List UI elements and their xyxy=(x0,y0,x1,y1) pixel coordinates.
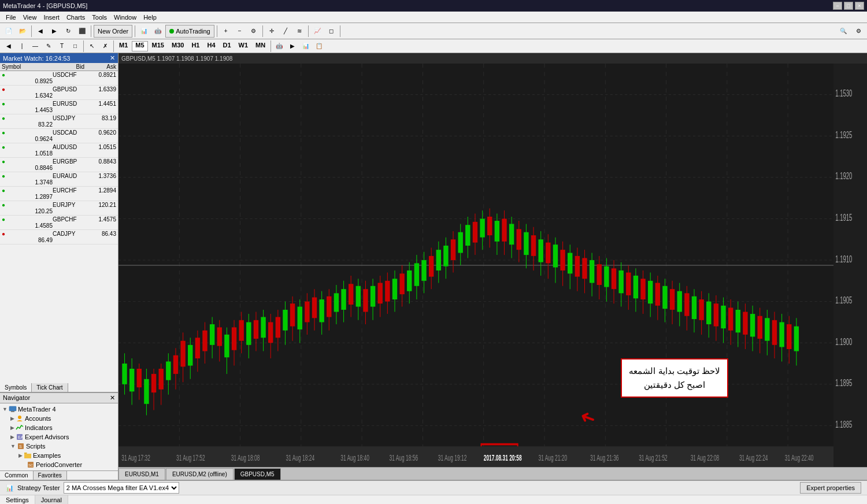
period-mn[interactable]: MN xyxy=(252,41,269,51)
tb-objects[interactable]: ◻ xyxy=(325,25,338,38)
tb-autotrade[interactable]: 🤖 xyxy=(151,25,164,38)
svg-rect-105 xyxy=(392,279,397,299)
list-item[interactable]: ●EURUSD1.44511.4453 xyxy=(0,100,118,114)
tb-delete[interactable]: ✗ xyxy=(99,40,112,53)
tb-script[interactable]: ▶ xyxy=(286,40,299,53)
tb-rect-icon[interactable]: □ xyxy=(69,40,81,53)
period-m30[interactable]: M30 xyxy=(168,41,187,51)
app-title: MetaTrader 4 - [GBPUSD,M5] xyxy=(3,2,87,9)
period-m15[interactable]: M15 xyxy=(149,41,168,51)
tb-expert[interactable]: 🤖 xyxy=(273,40,286,53)
svg-rect-57 xyxy=(217,327,222,346)
chart-tab-eurusd-m1[interactable]: EURUSD,M1 xyxy=(118,468,165,480)
tab-tick-chart[interactable]: Tick Chart xyxy=(32,383,68,392)
col-ask: Ask xyxy=(84,64,116,70)
list-item[interactable]: ●CADJPY86.4386.49 xyxy=(0,230,118,244)
chart-canvas[interactable]: 1.1530 1.1925 1.1920 1.1915 1.1910 1.190… xyxy=(118,64,867,467)
svg-rect-45 xyxy=(173,355,178,374)
nav-examples[interactable]: ▶ Examples xyxy=(0,451,118,460)
menu-insert[interactable]: Insert xyxy=(40,13,63,22)
tb-zoom-in[interactable]: + xyxy=(220,25,232,38)
tb-forward[interactable]: ▶ xyxy=(48,25,61,38)
tb-new-icon[interactable]: 📄 xyxy=(2,25,15,38)
list-item[interactable]: ●GBPUSD1.63391.6342 xyxy=(0,86,118,100)
expert-properties-btn[interactable]: Expert properties xyxy=(800,482,861,494)
nav-ea-label: Expert Advisors xyxy=(25,433,69,440)
tb-refresh[interactable]: ↻ xyxy=(62,25,75,38)
navigator-close[interactable]: ✕ xyxy=(110,394,115,402)
list-item[interactable]: ●USDCHF0.89210.8925 xyxy=(0,71,118,86)
chart-tab-gbpusd-m5[interactable]: GBPUSD,M5 xyxy=(234,468,281,480)
menu-help[interactable]: Help xyxy=(140,13,160,22)
st-tab-settings[interactable]: Settings xyxy=(0,495,35,504)
tb-settings[interactable]: ⚙ xyxy=(852,25,865,38)
svg-rect-133 xyxy=(495,221,499,242)
nav-expert-advisors[interactable]: ▶ EA Expert Advisors xyxy=(0,432,118,442)
minimize-btn[interactable]: − xyxy=(833,2,842,10)
tb-left-arrow[interactable]: ◀ xyxy=(2,40,15,53)
tab-favorites[interactable]: Favorites xyxy=(34,471,67,480)
tb-indicator[interactable]: 📈 xyxy=(311,25,324,38)
period-m1[interactable]: M1 xyxy=(116,41,131,51)
chart-tab-eurusd-m2[interactable]: EURUSD,M2 (offline) xyxy=(166,468,234,480)
market-watch-table: ●USDCHF0.89210.8925 ●GBPUSD1.63391.6342 … xyxy=(0,71,118,383)
nav-accounts-label: Accounts xyxy=(25,415,51,422)
strategy-tester-tabs: Settings Journal xyxy=(0,495,867,504)
svg-rect-191 xyxy=(706,302,711,324)
list-item[interactable]: ●EURCHF1.28941.2897 xyxy=(0,187,118,201)
tb-search[interactable]: 🔍 xyxy=(837,25,850,38)
tb-chart-props[interactable]: ⚙ xyxy=(247,25,260,38)
list-item[interactable]: ●USDCAD0.96200.9624 xyxy=(0,129,118,143)
new-order-button[interactable]: New Order xyxy=(94,25,132,38)
nav-scripts[interactable]: ▼ S Scripts xyxy=(0,442,118,451)
tb-crosshair[interactable]: ✛ xyxy=(265,25,278,38)
list-item[interactable]: ●GBPCHF1.45751.4585 xyxy=(0,216,118,230)
list-item[interactable]: ●EURJPY120.21120.25 xyxy=(0,201,118,216)
chart-title-bar: GBPUSD,M5 1.1907 1.1908 1.1907 1.1908 xyxy=(118,53,867,64)
tb-fib[interactable]: ≋ xyxy=(293,25,306,38)
market-watch-close[interactable]: ✕ xyxy=(110,54,115,62)
nav-period-converter[interactable]: SC PeriodConverter xyxy=(0,460,118,469)
tb-open-icon[interactable]: 📂 xyxy=(16,25,29,38)
menu-charts[interactable]: Charts xyxy=(63,13,88,22)
tb-back[interactable]: ◀ xyxy=(34,25,47,38)
period-w1[interactable]: W1 xyxy=(235,41,252,51)
tb-vertical-line[interactable]: | xyxy=(16,40,28,53)
list-item[interactable]: ●AUDUSD1.05151.0518 xyxy=(0,143,118,158)
svg-rect-205 xyxy=(757,316,762,339)
tb-cursor[interactable]: ↖ xyxy=(86,40,98,53)
list-item[interactable]: ●EURAUD1.37361.3748 xyxy=(0,172,118,187)
st-title: Strategy Tester xyxy=(17,484,60,491)
tb-text-icon[interactable]: T xyxy=(55,40,68,53)
nav-accounts[interactable]: ▶ Accounts xyxy=(0,414,118,423)
tab-symbols[interactable]: Symbols xyxy=(0,383,32,392)
annotation-line2: اصبح كل دقيقتين xyxy=(644,380,705,390)
menu-view[interactable]: View xyxy=(20,13,40,22)
period-h1[interactable]: H1 xyxy=(188,41,203,51)
list-item[interactable]: ●EURGBP0.88430.8846 xyxy=(0,158,118,172)
tb-chart-bar[interactable]: 📊 xyxy=(138,25,150,38)
list-item[interactable]: ●USDJPY83.1983.22 xyxy=(0,114,118,129)
nav-root[interactable]: ▼ MetaTrader 4 xyxy=(0,405,118,414)
tb-line[interactable]: ╱ xyxy=(279,25,292,38)
nav-indicators[interactable]: ▶ Indicators xyxy=(0,423,118,432)
ea-dropdown[interactable]: 2 MA Crosses Mega filter EA V1.ex4 xyxy=(64,482,179,494)
tb-horizontal-line[interactable]: — xyxy=(29,40,42,53)
period-m5[interactable]: M5 xyxy=(132,41,147,51)
period-d1[interactable]: D1 xyxy=(220,41,235,51)
maximize-btn[interactable]: □ xyxy=(844,2,853,10)
period-h4[interactable]: H4 xyxy=(203,41,218,51)
st-tab-journal[interactable]: Journal xyxy=(35,495,68,504)
tb-stop[interactable]: ⬛ xyxy=(76,25,88,38)
menu-window[interactable]: Window xyxy=(110,13,140,22)
svg-rect-193 xyxy=(714,303,718,326)
tb-template[interactable]: 📋 xyxy=(313,40,325,53)
tb-zoom-out[interactable]: − xyxy=(234,25,246,38)
menu-tools[interactable]: Tools xyxy=(88,13,110,22)
tb-draw-icon[interactable]: ✎ xyxy=(42,40,55,53)
close-btn[interactable]: × xyxy=(855,2,864,10)
autotrading-button[interactable]: AutoTrading xyxy=(165,25,214,38)
tab-common[interactable]: Common xyxy=(0,471,34,480)
tb-indicator2[interactable]: 📊 xyxy=(299,40,312,53)
menu-file[interactable]: File xyxy=(2,13,20,22)
